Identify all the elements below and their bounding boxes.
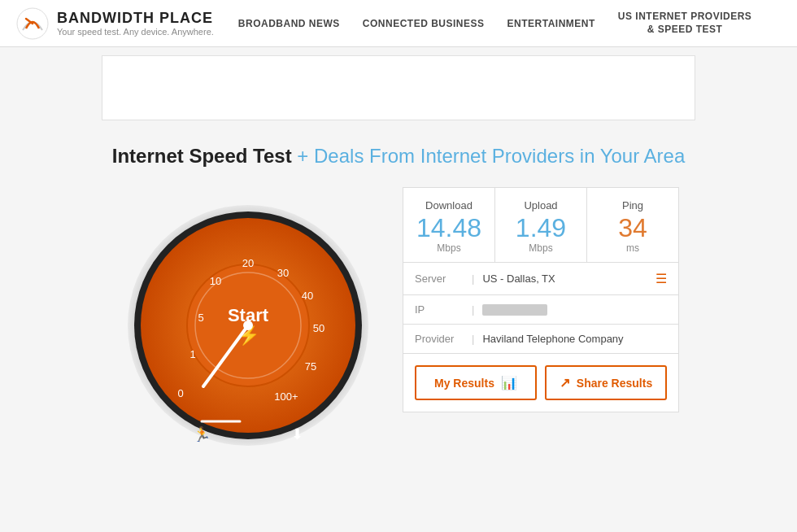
main-content: Internet Speed Test + Deals From Interne… <box>0 129 797 496</box>
nav-entertainment[interactable]: ENTERTAINMENT <box>507 18 595 29</box>
share-results-button[interactable]: ↗ Share Results <box>545 365 667 400</box>
svg-text:1: 1 <box>189 348 195 360</box>
svg-text:30: 30 <box>277 267 289 279</box>
server-value: US - Dallas, TX <box>482 273 655 285</box>
provider-value: Haviland Telephone Company <box>482 333 667 345</box>
svg-text:40: 40 <box>302 290 313 302</box>
upload-unit: Mbps <box>503 242 578 254</box>
speedometer: /* tick marks generated below */ Start ⚡… <box>118 187 378 464</box>
upload-label: Upload <box>503 199 578 211</box>
stat-download: Download 14.48 Mbps <box>403 188 495 262</box>
svg-text:10: 10 <box>210 275 221 287</box>
server-menu-icon[interactable]: ☰ <box>655 271 667 286</box>
ip-value-masked <box>482 304 547 316</box>
buttons-row: My Results 📊 ↗ Share Results <box>403 354 678 412</box>
ping-label: Ping <box>595 199 670 211</box>
stats-row: Download 14.48 Mbps Upload 1.49 Mbps Pin… <box>403 188 678 263</box>
stat-upload: Upload 1.49 Mbps <box>495 188 587 262</box>
svg-text:50: 50 <box>313 322 324 334</box>
page-title: Internet Speed Test + Deals From Interne… <box>33 145 764 168</box>
svg-text:⬇: ⬇ <box>291 426 303 443</box>
ping-unit: ms <box>595 242 670 254</box>
ip-label: IP <box>415 303 464 316</box>
svg-text:20: 20 <box>242 257 254 269</box>
provider-row: Provider | Haviland Telephone Company <box>403 325 678 354</box>
speedometer-svg: /* tick marks generated below */ Start ⚡… <box>122 195 374 456</box>
share-results-label: Share Results <box>577 377 652 390</box>
logo-title: BANDWIDTH PLACE <box>57 10 214 27</box>
logo-subtitle: Your speed test. Any device. Anywhere. <box>57 27 214 37</box>
ad-banner <box>102 55 695 120</box>
logo-text: BANDWIDTH PLACE Your speed test. Any dev… <box>57 10 214 37</box>
download-label: Download <box>412 199 486 211</box>
ip-row: IP | <box>403 295 678 325</box>
svg-text:🏃: 🏃 <box>193 425 211 443</box>
stat-ping: Ping 34 ms <box>587 188 678 262</box>
svg-text:75: 75 <box>305 360 316 373</box>
server-label: Server <box>415 273 464 285</box>
provider-label: Provider <box>415 333 464 345</box>
server-row: Server | US - Dallas, TX ☰ <box>403 263 678 295</box>
svg-text:100+: 100+ <box>274 390 298 403</box>
share-icon: ↗ <box>560 375 570 390</box>
my-results-label: My Results <box>434 377 494 390</box>
ping-value: 34 <box>595 215 670 241</box>
speed-test-area: /* tick marks generated below */ Start ⚡… <box>33 187 764 464</box>
download-value: 14.48 <box>412 215 486 241</box>
my-results-button[interactable]: My Results 📊 <box>415 365 537 400</box>
bar-chart-icon: 📊 <box>501 375 517 390</box>
page-title-deals: + Deals From Internet Providers in Your … <box>292 145 686 167</box>
upload-value: 1.49 <box>503 215 578 241</box>
svg-point-20 <box>243 321 253 330</box>
download-unit: Mbps <box>412 242 486 254</box>
svg-text:5: 5 <box>198 312 203 324</box>
site-header: BANDWIDTH PLACE Your speed test. Any dev… <box>0 0 797 47</box>
nav-broadband[interactable]: BROADBAND NEWS <box>238 18 340 29</box>
right-panel: Download 14.48 Mbps Upload 1.49 Mbps Pin… <box>403 187 679 412</box>
nav-connected[interactable]: CONNECTED BUSINESS <box>363 18 485 29</box>
logo-icon <box>16 7 49 40</box>
nav-us-providers[interactable]: US INTERNET PROVIDERS& SPEED TEST <box>618 11 752 36</box>
logo-area: BANDWIDTH PLACE Your speed test. Any dev… <box>16 7 214 40</box>
main-nav: BROADBAND NEWS CONNECTED BUSINESS ENTERT… <box>238 11 752 36</box>
svg-text:0: 0 <box>177 387 183 399</box>
page-title-strong: Internet Speed Test <box>112 145 292 167</box>
